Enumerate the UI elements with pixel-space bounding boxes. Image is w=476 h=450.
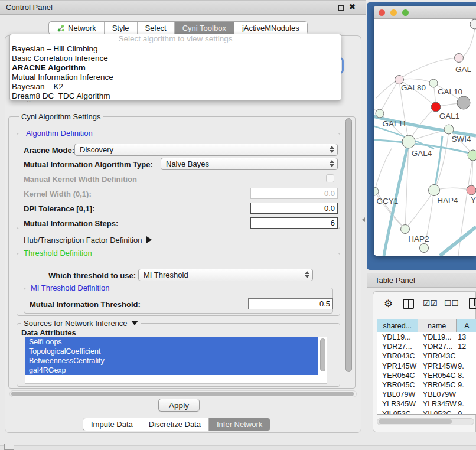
table-row[interactable]: YPR145WYPR145W9.	[377, 361, 476, 371]
table-horizontal-scrollbar[interactable]	[377, 418, 474, 425]
table-toolbar: ⚙ ☑☑ ☐☐	[373, 295, 476, 315]
network-canvas[interactable]: GAL80 GAL10 GAL1 GAL11 SWI4 GAL4 GCY1 HA…	[374, 19, 476, 256]
label-gal1: GAL1	[439, 112, 460, 120]
node-gal10[interactable]	[429, 79, 438, 87]
column-header-partial[interactable]: A	[457, 319, 476, 332]
network-window-titlebar[interactable]	[374, 6, 476, 19]
hub-definition-toggle[interactable]: Hub/Transcription Factor Definition	[24, 236, 152, 244]
collapse-down-icon	[131, 321, 138, 325]
algorithm-definition-title: Algorithm Definition	[24, 129, 95, 138]
manual-kernel-checkbox[interactable]	[326, 174, 334, 182]
sources-group-title[interactable]: Sources for Network Inference	[21, 319, 141, 328]
add-column-icon[interactable]	[469, 298, 476, 309]
dropdown-item[interactable]: Mutual Information Inference	[10, 73, 341, 82]
table-panel-body: ⚙ ☑☑ ☐☐ shared... name A YDL19...YDL19..…	[373, 291, 476, 432]
tab-jactivemnodules[interactable]: jActiveMNodules	[234, 22, 307, 34]
table-row[interactable]: YBR045CYBR045C9.	[377, 380, 476, 390]
node-top-partial[interactable]	[470, 19, 476, 29]
table-row[interactable]: YIL052CYIL052C0.	[377, 409, 476, 415]
tab-impute-data[interactable]: Impute Data	[83, 418, 141, 431]
node-gal11[interactable]	[376, 109, 384, 118]
network-window[interactable]: GAL80 GAL10 GAL1 GAL11 SWI4 GAL4 GCY1 HA…	[374, 6, 476, 256]
node-swi4[interactable]	[444, 125, 454, 134]
window-minimize-icon[interactable]	[390, 9, 397, 16]
float-panel-icon[interactable]	[338, 5, 344, 11]
table-panel-titlebar: Table Panel	[367, 273, 476, 288]
aracne-mode-combobox[interactable]: Discovery	[74, 144, 338, 156]
node-hap2[interactable]	[401, 225, 410, 234]
table-row[interactable]: YLR345WYLR345W9.	[377, 399, 476, 409]
settings-vertical-scrollbar[interactable]	[345, 118, 352, 385]
label-gcy1: GCY1	[377, 197, 399, 206]
stepper-arrows-icon	[330, 160, 334, 167]
tab-network[interactable]: Network	[49, 22, 105, 34]
column-header-name[interactable]: name	[418, 319, 457, 332]
tab-select[interactable]: Select	[138, 22, 175, 34]
window-close-icon[interactable]	[379, 9, 385, 16]
data-attributes-list[interactable]: SelfLoopsTopologicalCoefficientBetweenne…	[25, 337, 327, 384]
dpi-tolerance-field[interactable]: 0.0	[250, 203, 338, 214]
attribute-item-selected[interactable]: BetweennessCentrality	[25, 356, 318, 366]
cyni-settings-group-title: Cyni Algorithm Settings	[19, 112, 103, 121]
node-gal4[interactable]	[402, 135, 415, 148]
dropdown-item[interactable]: Dream8 DC_TDC Algorithm	[10, 92, 341, 101]
attribute-item-selected[interactable]: TopologicalCoefficient	[25, 347, 318, 356]
node-bottom[interactable]	[420, 244, 429, 253]
table-row[interactable]: YDL19...YDL19...13	[377, 332, 476, 342]
table-header-row: shared... name A	[377, 319, 476, 332]
deselect-all-checkboxes-icon[interactable]: ☐☐	[444, 298, 459, 308]
window-zoom-icon[interactable]	[402, 9, 409, 16]
splitter-collapse-icon[interactable]	[362, 217, 365, 222]
dropdown-item[interactable]: Basic Correlation Inference	[10, 54, 341, 63]
select-all-checkboxes-icon[interactable]: ☑☑	[423, 298, 438, 308]
mi-steps-field[interactable]: 6	[250, 217, 338, 229]
node-gal1-selected[interactable]	[431, 102, 441, 112]
manual-kernel-label: Manual Kernel Width Definition	[24, 175, 137, 184]
which-threshold-combobox[interactable]: MI Threshold	[138, 269, 313, 281]
node-gal-partial[interactable]	[455, 54, 464, 63]
node-gray[interactable]	[457, 96, 470, 109]
label-gal80: GAL80	[401, 83, 426, 92]
table-row[interactable]: YDR27...YDR27...12	[377, 342, 476, 351]
node-right-green[interactable]	[468, 150, 476, 161]
tab-cyni-toolbox[interactable]: Cyni Toolbox	[175, 22, 234, 34]
apply-button[interactable]: Apply	[158, 399, 200, 412]
attribute-item-selected[interactable]: gal4RGexp	[25, 366, 318, 375]
gear-icon[interactable]: ⚙	[384, 298, 393, 310]
tab-infer-network[interactable]: Infer Network	[209, 418, 270, 431]
stepper-arrows-icon	[330, 146, 334, 153]
tab-discretize-data[interactable]: Discretize Data	[141, 418, 209, 431]
network-graph: GAL80 GAL10 GAL1 GAL11 SWI4 GAL4 GCY1 HA…	[374, 19, 476, 256]
node-y-partial[interactable]	[467, 185, 476, 195]
table-row[interactable]: YBR043CYBR043C	[377, 351, 476, 361]
label-gal10: GAL10	[438, 87, 462, 96]
attributes-scrollbar[interactable]	[320, 338, 325, 382]
mi-type-combobox[interactable]: Naive Bayes	[161, 158, 338, 170]
which-threshold-label: Which threshold to use:	[48, 271, 136, 280]
mi-steps-label: Mutual Information Steps:	[24, 219, 118, 228]
split-pane-icon[interactable]	[403, 299, 414, 309]
node-hap4[interactable]	[429, 185, 440, 196]
dropdown-item[interactable]: Bayesian – K2	[10, 82, 341, 92]
bottom-left-widget[interactable]	[4, 444, 14, 450]
kernel-width-field[interactable]: 0.0	[250, 188, 338, 199]
table-row[interactable]: YER054CYER054C8.	[377, 371, 476, 380]
tab-style[interactable]: Style	[105, 22, 138, 34]
dropdown-placeholder: Select algorithm to view settings	[10, 34, 341, 44]
attribute-item-selected[interactable]: SelfLoops	[25, 337, 318, 347]
column-header-shared-name[interactable]: shared...	[377, 319, 418, 332]
expand-right-icon	[146, 236, 152, 243]
aracne-mode-label: Aracne Mode:	[24, 146, 74, 155]
table-row[interactable]: YBL079WYBL079W	[377, 390, 476, 399]
mi-threshold-field[interactable]: 0.5	[248, 298, 333, 309]
mi-threshold-label: Mutual Information Threshold:	[30, 300, 141, 309]
dropdown-item[interactable]: ARACNE Algorithm	[10, 63, 341, 73]
control-panel-title: Control Panel	[6, 3, 53, 12]
dropdown-item[interactable]: Bayesian – Hill Climbing	[10, 44, 341, 54]
network-icon	[57, 24, 65, 32]
settings-horizontal-scrollbar[interactable]	[9, 390, 357, 397]
status-strip	[0, 445, 476, 450]
attribute-table[interactable]: shared... name A YDL19...YDL19...13YDR27…	[377, 319, 476, 415]
close-panel-icon[interactable]: ✖	[349, 2, 356, 11]
mi-type-label: Mutual Information Algorithm Type:	[24, 160, 153, 169]
